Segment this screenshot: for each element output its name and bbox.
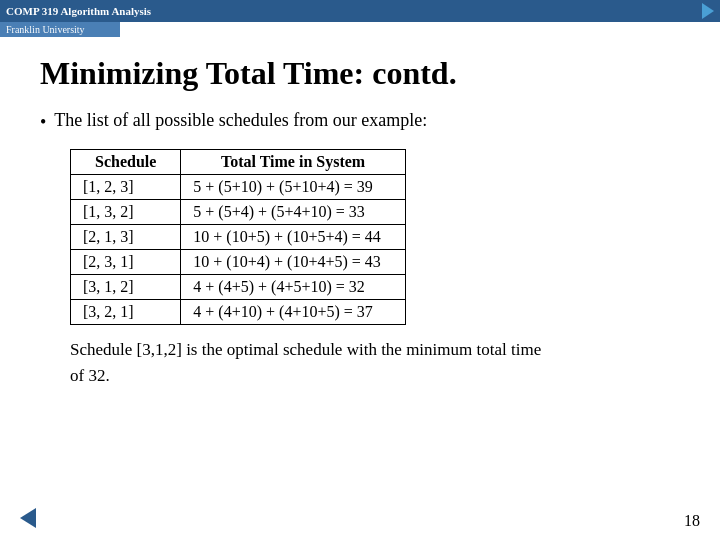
summary-line1: Schedule [3,1,2] is the optimal schedule…: [70, 340, 541, 359]
schedule-cell: [3, 1, 2]: [71, 275, 181, 300]
schedule-cell: [2, 3, 1]: [71, 250, 181, 275]
table-body: [1, 2, 3]5 + (5+10) + (5+10+4) = 39[1, 3…: [71, 175, 406, 325]
table-row: [1, 2, 3]5 + (5+10) + (5+10+4) = 39: [71, 175, 406, 200]
franklin-bar: Franklin University: [0, 22, 120, 37]
top-bar: COMP 319 Algorithm Analysis: [0, 0, 720, 22]
schedule-cell: [3, 2, 1]: [71, 300, 181, 325]
university-name: Franklin University: [6, 24, 85, 35]
bullet-icon: •: [40, 112, 46, 133]
arrow-right-icon: [702, 3, 714, 19]
table-row: [1, 3, 2]5 + (5+4) + (5+4+10) = 33: [71, 200, 406, 225]
schedule-cell: [2, 1, 3]: [71, 225, 181, 250]
time-cell: 4 + (4+5) + (4+5+10) = 32: [181, 275, 405, 300]
table-row: [3, 2, 1]4 + (4+10) + (4+10+5) = 37: [71, 300, 406, 325]
time-cell: 5 + (5+10) + (5+10+4) = 39: [181, 175, 405, 200]
time-cell: 10 + (10+4) + (10+4+5) = 43: [181, 250, 405, 275]
bullet-text: The list of all possible schedules from …: [54, 110, 427, 131]
table-row: [2, 1, 3]10 + (10+5) + (10+5+4) = 44: [71, 225, 406, 250]
table-row: [2, 3, 1]10 + (10+4) + (10+4+5) = 43: [71, 250, 406, 275]
page-title: Minimizing Total Time: contd.: [40, 55, 680, 92]
summary-line2: of 32.: [70, 366, 110, 385]
col1-header: Schedule: [71, 150, 181, 175]
page-number: 18: [684, 512, 700, 530]
time-cell: 10 + (10+5) + (10+5+4) = 44: [181, 225, 405, 250]
schedule-table: Schedule Total Time in System [1, 2, 3]5…: [70, 149, 406, 325]
bottom-left-arrow: [20, 508, 36, 532]
summary-text: Schedule [3,1,2] is the optimal schedule…: [70, 337, 680, 388]
table-header-row: Schedule Total Time in System: [71, 150, 406, 175]
col2-header: Total Time in System: [181, 150, 405, 175]
table-row: [3, 1, 2]4 + (4+5) + (4+5+10) = 32: [71, 275, 406, 300]
schedule-cell: [1, 2, 3]: [71, 175, 181, 200]
time-cell: 5 + (5+4) + (5+4+10) = 33: [181, 200, 405, 225]
arrow-left-icon: [20, 508, 36, 528]
time-cell: 4 + (4+10) + (4+10+5) = 37: [181, 300, 405, 325]
main-content: Minimizing Total Time: contd. • The list…: [0, 37, 720, 398]
course-title: COMP 319 Algorithm Analysis: [6, 5, 151, 17]
schedule-cell: [1, 3, 2]: [71, 200, 181, 225]
bullet-section: • The list of all possible schedules fro…: [40, 110, 680, 133]
